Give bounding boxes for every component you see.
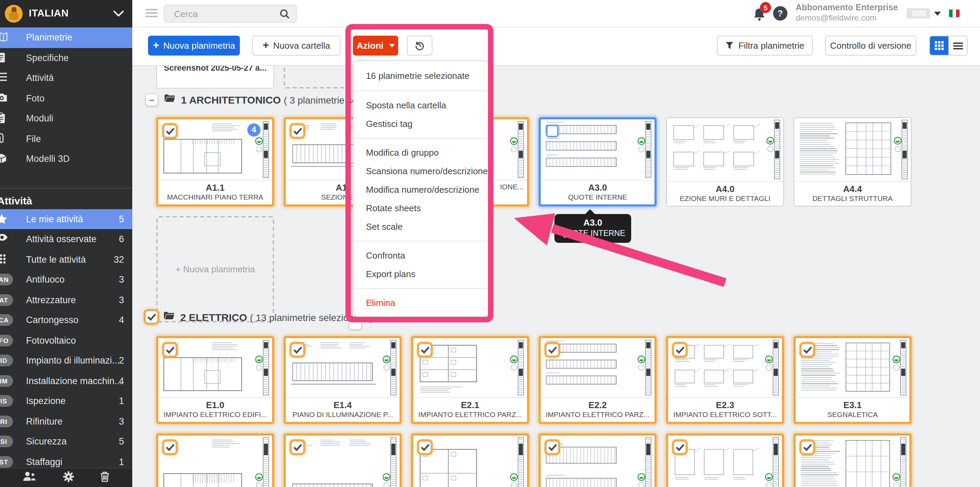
plan-card[interactable]: [411, 433, 529, 487]
plan-card[interactable]: [666, 433, 784, 487]
menu-item-gestisci-tag[interactable]: Gestisci tag: [354, 115, 488, 133]
plan-card-label: A4.4DETTAGLI STRUTTURA: [794, 181, 911, 206]
folder-icon: [164, 93, 175, 105]
sidebar-item-rifiniture[interactable]: RIRifiniture3: [0, 411, 132, 431]
search-input[interactable]: Cerca: [164, 5, 297, 22]
menu-item-modifica-numero-descrizione[interactable]: Modifica numero/descrizione: [354, 180, 488, 199]
sidebar-item-attrezzature[interactable]: ATAttrezzature3: [0, 290, 132, 310]
sidebar-item-impianto-di-illuminazi[interactable]: IDImpianto di illuminazi...2: [0, 351, 132, 371]
plan-card-E2.2[interactable]: E2.2IMPIANTO ELETTRICO PARZ...: [539, 336, 657, 424]
version-history-button[interactable]: [407, 36, 433, 56]
menu-item-elimina[interactable]: Elimina: [354, 294, 488, 312]
sidebar-activities: Le mie attività5Attività osservate6Tutte…: [0, 209, 132, 472]
plan-card-A4.4[interactable]: A4.4DETTAGLI STRUTTURA: [794, 117, 912, 206]
plan-card-label: E1.0IMPIANTO ELETTRICO EDIFI...: [158, 397, 272, 422]
plan-checkbox[interactable]: [546, 344, 558, 356]
star-icon: [0, 213, 10, 225]
sidebar-item-installazione-macchin[interactable]: IMInstallazione macchin...4: [0, 371, 132, 391]
sidebar-item-label: Installazione macchin...: [26, 375, 123, 386]
sidebar-item-foto[interactable]: Foto: [0, 88, 132, 109]
sidebar-divider: [0, 188, 132, 188]
sidebar-item-attivit-osservate[interactable]: Attività osservate6: [0, 229, 132, 249]
menu-item-modifica-di-gruppo[interactable]: Modifica di gruppo: [354, 143, 488, 162]
plan-card-E1.0[interactable]: E1.0IMPIANTO ELETTRICO EDIFI...: [156, 336, 274, 424]
sidebar-item-cartongesso[interactable]: CACartongesso4: [0, 310, 132, 330]
plan-card[interactable]: [156, 433, 274, 487]
user-menu-caret-icon[interactable]: [934, 12, 941, 16]
plan-checkbox[interactable]: [164, 344, 176, 356]
plan-checkbox[interactable]: [164, 125, 176, 137]
sidebar-item-label: Attività: [26, 73, 54, 83]
plan-card-A1.1[interactable]: 4A1.1MACCHINARI PIANO TERRA: [156, 117, 274, 206]
chevron-down-icon: [113, 10, 124, 16]
item-count: 4: [119, 375, 124, 386]
filter-plans-button[interactable]: Filtra planimetrie: [717, 36, 813, 56]
new-plan-placeholder-card[interactable]: + Nuova planimetria: [156, 216, 274, 323]
plan-card-A3.0[interactable]: A3.0QUOTE INTERNE: [539, 117, 657, 206]
plan-checkbox[interactable]: [419, 344, 431, 356]
version-control-button[interactable]: Controllo di versione: [825, 36, 916, 56]
sidebar-item-file[interactable]: File: [0, 129, 132, 149]
plan-card-E3.1[interactable]: E3.1SEGNALETICA: [794, 336, 912, 424]
new-folder-button[interactable]: +Nuova cartella: [252, 36, 340, 56]
plan-card-label: E2.3IMPIANTO ELETTRICO SOTT...: [668, 397, 782, 422]
plan-checkbox[interactable]: [546, 125, 558, 137]
menu-item-export-plans[interactable]: Export plans: [354, 265, 488, 283]
sidebar-item-le-mie-attivit[interactable]: Le mie attività5: [0, 209, 132, 229]
help-icon[interactable]: ?: [773, 6, 788, 21]
sidebar-item-modelli-3d[interactable]: Modelli 3D: [0, 149, 132, 169]
item-count: 1: [119, 396, 124, 406]
plan-checkbox[interactable]: [291, 344, 304, 356]
map-icon: [0, 32, 10, 44]
menu-item-confronta[interactable]: Confronta: [354, 246, 488, 265]
plan-checkbox[interactable]: [145, 311, 158, 323]
plan-checkbox[interactable]: [546, 441, 558, 453]
plan-checkbox[interactable]: [291, 441, 304, 453]
plan-checkbox[interactable]: [674, 344, 686, 356]
people-icon[interactable]: [22, 471, 37, 484]
gear-icon[interactable]: [63, 471, 74, 485]
actions-button[interactable]: Azioni: [353, 36, 398, 56]
grid-view-button[interactable]: [930, 36, 948, 55]
plan-checkbox[interactable]: [291, 125, 304, 137]
collapse-button[interactable]: –: [145, 93, 158, 106]
plan-checkbox[interactable]: [801, 441, 813, 453]
plan-checkbox[interactable]: [801, 344, 813, 356]
sidebar-item-antifuoco[interactable]: ANAntifuoco3: [0, 270, 132, 290]
list-view-button[interactable]: [948, 36, 967, 55]
partial-plan-card[interactable]: Screenshot 2025-05-27 a...: [156, 66, 274, 88]
sidebar-item-label: Sicurezza: [26, 436, 67, 447]
trash-icon[interactable]: [100, 471, 110, 485]
sidebar-item-ispezione[interactable]: ISIspezione1: [0, 391, 132, 411]
plan-card[interactable]: [539, 433, 657, 487]
plan-card[interactable]: [794, 433, 912, 487]
sidebar-item-tutte-le-attivit[interactable]: Tutte le attività32: [0, 249, 132, 270]
folder-icon: [163, 311, 175, 323]
sidebar-item-attivit[interactable]: Attività: [0, 68, 132, 88]
italian-flag-icon: [948, 9, 960, 18]
sidebar-item-planimetrie[interactable]: Planimetrie: [0, 27, 132, 48]
plan-tooltip: A3.0 QUOTE INTERNE: [554, 214, 631, 243]
plan-card-E2.1[interactable]: E2.1IMPIANTO ELETTRICO PARZ...: [411, 336, 529, 424]
plan-checkbox[interactable]: [674, 441, 686, 453]
sidebar-item-label: Modelli 3D: [26, 154, 70, 164]
menu-item-scansiona-numero-descrizione[interactable]: Scansiona numero/descrizione: [354, 162, 488, 180]
sidebar-item-sicurezza[interactable]: SISicurezza5: [0, 431, 132, 452]
hamburger-menu-icon[interactable]: [145, 9, 158, 19]
user-name-redacted[interactable]: [907, 8, 930, 19]
plan-card-E2.3[interactable]: E2.3IMPIANTO ELETTRICO SOTT...: [666, 336, 784, 424]
plan-card[interactable]: [284, 433, 402, 487]
new-plan-button[interactable]: +Nuova planimetria: [148, 36, 240, 56]
plan-card-E1.4[interactable]: E1.4PIANO DI ILLUMINAZIONE P...: [284, 336, 402, 424]
plan-card-A4.0[interactable]: A4.0EZIONE MURI E DETTAGLI: [666, 117, 784, 206]
sidebar-item-specifiche[interactable]: Specifiche: [0, 48, 132, 68]
sidebar-item-moduli[interactable]: Moduli: [0, 109, 132, 129]
menu-item-set-scale[interactable]: Set scale: [354, 217, 488, 236]
plan-checkbox[interactable]: [419, 441, 431, 453]
sidebar-item-fotovoltaico[interactable]: FOFotovoltaico: [0, 330, 132, 351]
menu-item-sposta-nella-cartella[interactable]: Sposta nella cartella: [354, 96, 488, 115]
project-switcher[interactable]: ITALIAN: [0, 0, 132, 27]
collapse-button[interactable]: [349, 317, 362, 330]
menu-item-rotate-sheets[interactable]: Rotate sheets: [354, 199, 488, 217]
plan-checkbox[interactable]: [164, 441, 176, 453]
